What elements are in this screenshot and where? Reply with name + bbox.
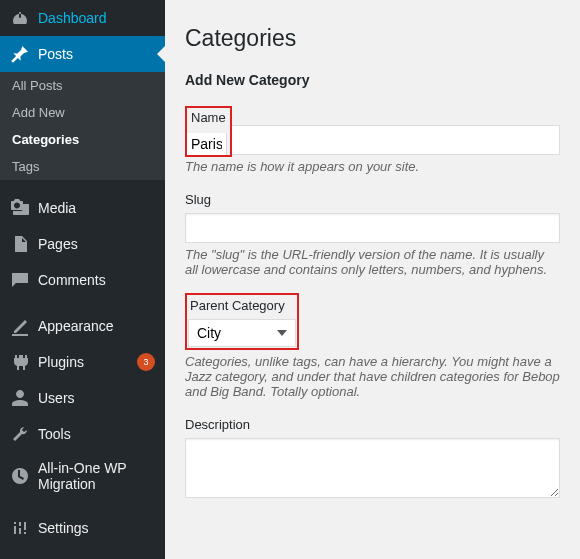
parent-select[interactable]: City <box>188 319 296 347</box>
plugins-icon <box>10 352 30 372</box>
slug-description: The "slug" is the URL-friendly version o… <box>185 247 560 277</box>
sidebar-item-plugins[interactable]: Plugins 3 <box>0 344 165 380</box>
name-highlight: Name <box>185 106 232 157</box>
sidebar-item-appearance[interactable]: Appearance <box>0 308 165 344</box>
parent-field: Parent Category City Categories, unlike … <box>185 293 560 399</box>
name-label: Name <box>187 108 227 127</box>
description-label: Description <box>185 415 560 434</box>
parent-description: Categories, unlike tags, can have a hier… <box>185 354 560 399</box>
tools-icon <box>10 424 30 444</box>
sidebar-item-label: Media <box>38 200 155 216</box>
sidebar-item-label: Appearance <box>38 318 155 334</box>
users-icon <box>10 388 30 408</box>
slug-field: Slug The "slug" is the URL-friendly vers… <box>185 190 560 277</box>
parent-label: Parent Category <box>188 296 296 315</box>
parent-highlight: Parent Category City <box>185 293 299 350</box>
sidebar-item-settings[interactable]: Settings <box>0 510 165 546</box>
migration-icon <box>10 466 30 486</box>
slug-input[interactable] <box>185 213 560 243</box>
main-content: Categories Add New Category Name The nam… <box>165 0 580 559</box>
name-input[interactable] <box>187 133 227 155</box>
appearance-icon <box>10 316 30 336</box>
description-field: Description <box>185 415 560 501</box>
page-title: Categories <box>185 25 560 52</box>
sidebar-item-comments[interactable]: Comments <box>0 262 165 298</box>
name-field: Name The name is how it appears on your … <box>185 106 560 174</box>
sidebar-item-tools[interactable]: Tools <box>0 416 165 452</box>
sidebar-item-label: Pages <box>38 236 155 252</box>
dashboard-icon <box>10 8 30 28</box>
sidebar-subitem-tags[interactable]: Tags <box>0 153 165 180</box>
sidebar-item-media[interactable]: Media <box>0 190 165 226</box>
sidebar-item-users[interactable]: Users <box>0 380 165 416</box>
comments-icon <box>10 270 30 290</box>
pin-icon <box>10 44 30 64</box>
sidebar-item-label: All-in-One WP Migration <box>38 460 155 492</box>
sidebar-item-label: Comments <box>38 272 155 288</box>
plugins-update-badge: 3 <box>137 353 155 371</box>
slug-label: Slug <box>185 190 560 209</box>
sidebar-subitem-all-posts[interactable]: All Posts <box>0 72 165 99</box>
name-input-extension[interactable] <box>232 125 560 155</box>
section-title: Add New Category <box>185 72 560 88</box>
name-description: The name is how it appears on your site. <box>185 159 560 174</box>
sidebar-item-pages[interactable]: Pages <box>0 226 165 262</box>
sidebar-item-aio-migration[interactable]: All-in-One WP Migration <box>0 452 165 500</box>
sidebar-subitem-categories[interactable]: Categories <box>0 126 165 153</box>
sidebar-item-label: Plugins <box>38 354 132 370</box>
sidebar-subitem-add-new[interactable]: Add New <box>0 99 165 126</box>
settings-icon <box>10 518 30 538</box>
sidebar-item-label: Posts <box>38 46 155 62</box>
sidebar-item-dashboard[interactable]: Dashboard <box>0 0 165 36</box>
sidebar-item-label: Settings <box>38 520 155 536</box>
sidebar-item-posts[interactable]: Posts <box>0 36 165 72</box>
sidebar-item-label: Users <box>38 390 155 406</box>
description-textarea[interactable] <box>185 438 560 498</box>
admin-sidebar: Dashboard Posts All Posts Add New Catego… <box>0 0 165 559</box>
sidebar-item-label: Dashboard <box>38 10 155 26</box>
media-icon <box>10 198 30 218</box>
pages-icon <box>10 234 30 254</box>
sidebar-item-label: Tools <box>38 426 155 442</box>
